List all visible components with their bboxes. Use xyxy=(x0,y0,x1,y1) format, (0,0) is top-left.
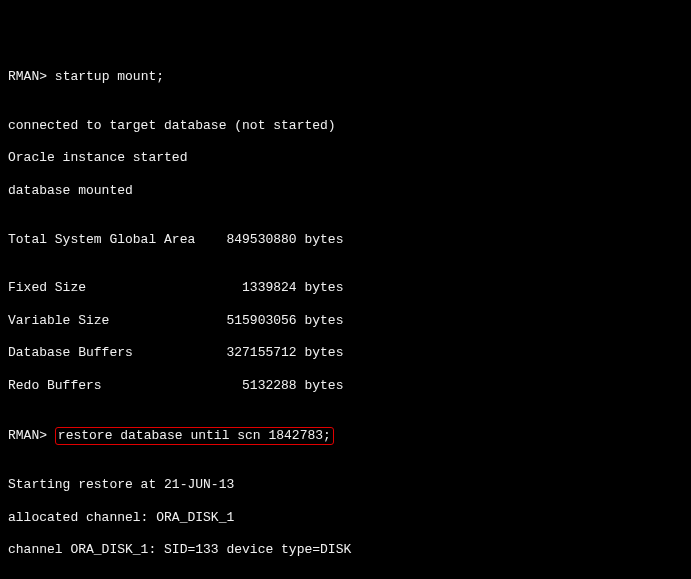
rman-prompt: RMAN> xyxy=(8,69,47,84)
sga-dbbuf: Database Buffers 327155712 bytes xyxy=(8,345,683,361)
conn-line-3: database mounted xyxy=(8,183,683,199)
conn-line-2: Oracle instance started xyxy=(8,150,683,166)
conn-line-1: connected to target database (not starte… xyxy=(8,118,683,134)
restore-start: Starting restore at 21-JUN-13 xyxy=(8,477,683,493)
alloc-channel: allocated channel: ORA_DISK_1 xyxy=(8,510,683,526)
prompt-line-2: RMAN> restore database until scn 1842783… xyxy=(8,427,683,445)
cmd-restore-box: restore database until scn 1842783; xyxy=(55,427,334,445)
sga-variable: Variable Size 515903056 bytes xyxy=(8,313,683,329)
sga-redo: Redo Buffers 5132288 bytes xyxy=(8,378,683,394)
prompt-line-1: RMAN> startup mount; xyxy=(8,69,683,85)
sga-total: Total System Global Area 849530880 bytes xyxy=(8,232,683,248)
cmd-restore: restore database until scn 1842783; xyxy=(58,428,331,443)
rman-prompt: RMAN> xyxy=(8,428,47,443)
sga-fixed: Fixed Size 1339824 bytes xyxy=(8,280,683,296)
channel-sid: channel ORA_DISK_1: SID=133 device type=… xyxy=(8,542,683,558)
cmd-startup: startup mount; xyxy=(55,69,164,84)
